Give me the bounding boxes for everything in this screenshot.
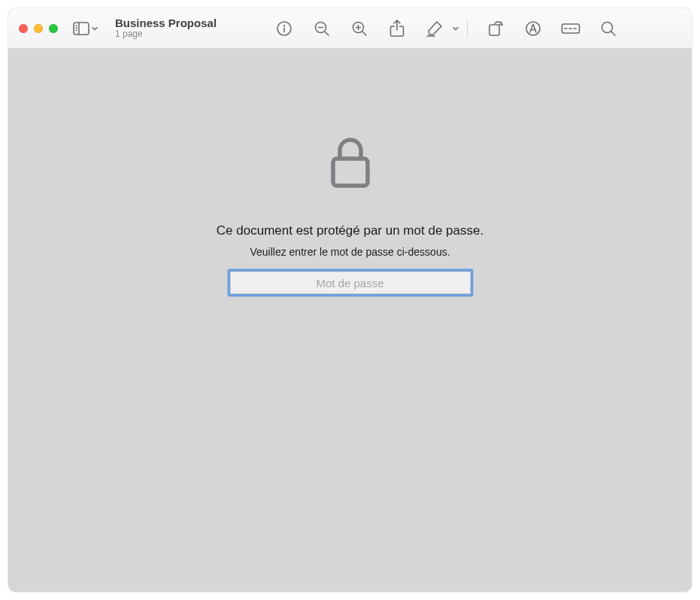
sidebar-toggle-button[interactable]: [73, 22, 98, 35]
window-controls: [19, 24, 58, 33]
svg-point-26: [602, 22, 613, 32]
rotate-icon: [487, 20, 504, 37]
title-block: Business Proposal 1 page: [115, 17, 243, 40]
chevron-down-icon: [91, 25, 98, 32]
content-area: Ce document est protégé par un mot de pa…: [8, 49, 692, 592]
titlebar: Business Proposal 1 page: [8, 8, 692, 49]
document-title: Business Proposal: [115, 17, 243, 29]
close-button[interactable]: [19, 24, 28, 33]
svg-line-9: [325, 32, 329, 35]
share-button[interactable]: [387, 19, 407, 38]
sidebar-icon: [73, 22, 89, 35]
svg-rect-19: [489, 25, 499, 35]
minimize-button[interactable]: [34, 24, 43, 33]
zoom-out-icon: [314, 20, 330, 37]
protected-heading: Ce document est protégé par un mot de pa…: [217, 223, 483, 238]
svg-point-6: [284, 25, 285, 26]
search-button[interactable]: [598, 19, 618, 38]
zoom-out-button[interactable]: [312, 19, 332, 38]
redact-icon: [561, 22, 580, 35]
protected-subtext: Veuillez entrer le mot de passe ci-desso…: [250, 246, 450, 258]
password-input[interactable]: [230, 271, 471, 294]
zoom-in-button[interactable]: [350, 19, 369, 38]
highlight-icon: [426, 20, 444, 37]
info-icon: [276, 20, 292, 37]
svg-line-12: [362, 32, 366, 35]
search-icon: [600, 20, 617, 37]
markup-button[interactable]: [523, 19, 543, 38]
markup-icon: [525, 20, 541, 37]
document-subtitle: 1 page: [115, 29, 243, 40]
app-window: Business Proposal 1 page: [8, 8, 692, 592]
svg-line-27: [611, 32, 615, 35]
info-button[interactable]: [274, 19, 294, 38]
highlight-button[interactable]: [425, 19, 444, 38]
share-icon: [389, 20, 405, 38]
svg-rect-0: [74, 23, 89, 35]
zoom-in-icon: [351, 20, 368, 37]
toolbar-separator: [467, 20, 468, 37]
lock-icon: [329, 136, 371, 189]
rotate-button[interactable]: [486, 19, 505, 38]
toolbar: [274, 19, 618, 38]
zoom-button[interactable]: [49, 24, 58, 33]
svg-rect-28: [333, 159, 368, 186]
chevron-down-icon[interactable]: [452, 25, 459, 32]
redact-button[interactable]: [561, 19, 580, 38]
